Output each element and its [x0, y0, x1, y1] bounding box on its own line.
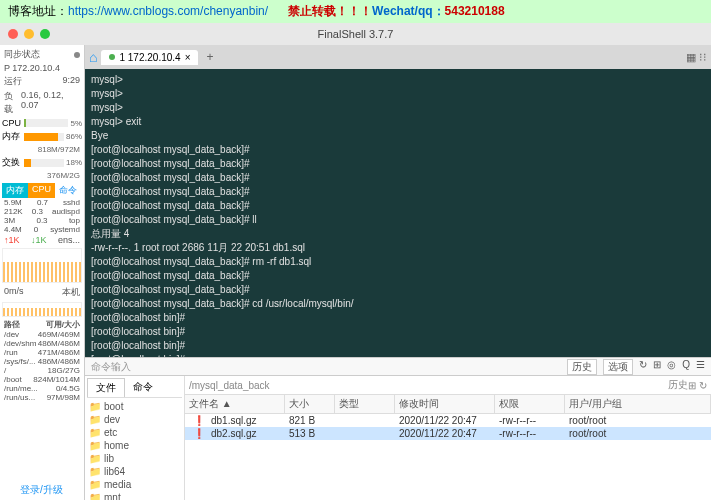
window-title: FinalShell 3.7.7 — [318, 28, 394, 40]
window-titlebar: FinalShell 3.7.7 — [0, 23, 711, 45]
tree-item[interactable]: 📁media — [87, 478, 182, 491]
terminal[interactable]: mysql>mysql>mysql>mysql> exitBye[root@lo… — [85, 69, 711, 357]
tool-icon[interactable]: Q — [682, 359, 690, 375]
watermark-banner: 博客地址：https://www.cnblogs.com/chenyanbin/… — [0, 0, 711, 23]
ip-label: P 172.20.10.4 — [4, 63, 60, 73]
path-history-button[interactable]: 历史 — [668, 378, 688, 392]
sync-dot-icon — [74, 52, 80, 58]
status-sidebar: 同步状态 P 172.20.10.4 运行9:29 负载0.16, 0.12, … — [0, 45, 85, 500]
session-tab[interactable]: 1 172.20.10.4 × — [101, 50, 198, 65]
tool-icon[interactable]: ⊞ ↻ — [688, 380, 707, 391]
minimize-button[interactable] — [24, 29, 34, 39]
file-row[interactable]: ❗db2.sql.gz513 B2020/11/22 20:47-rw-r--r… — [185, 427, 711, 440]
tree-item[interactable]: 📁etc — [87, 426, 182, 439]
tree-item[interactable]: 📁boot — [87, 400, 182, 413]
file-list-header[interactable]: 文件名 ▲ 大小 类型 修改时间 权限 用户/用户组 — [185, 395, 711, 414]
tree-item[interactable]: 📁lib — [87, 452, 182, 465]
tool-icon[interactable]: ☰ — [696, 359, 705, 375]
network-chart — [2, 248, 82, 283]
session-tab-bar: ⌂ 1 172.20.10.4 × + ▦ ⁝⁝ — [85, 45, 711, 69]
path-display[interactable]: /mysql_data_back — [189, 380, 270, 391]
tab-files[interactable]: 文件 — [87, 378, 125, 397]
tool-icon[interactable]: ↻ — [639, 359, 647, 375]
tree-item[interactable]: 📁dev — [87, 413, 182, 426]
sync-status-label: 同步状态 — [4, 48, 40, 61]
history-button[interactable]: 历史 — [567, 359, 597, 375]
tree-item[interactable]: 📁mnt — [87, 491, 182, 500]
cursor-icon: ↖ — [291, 355, 301, 357]
close-button[interactable] — [8, 29, 18, 39]
speed-chart — [2, 302, 82, 317]
file-row[interactable]: ❗db1.sql.gz821 B2020/11/22 20:47-rw-r--r… — [185, 414, 711, 427]
home-icon[interactable]: ⌂ — [89, 49, 97, 65]
tab-commands[interactable]: 命令 — [125, 378, 161, 397]
close-tab-icon[interactable]: × — [185, 52, 191, 63]
file-browser: 文件 命令 📁boot📁dev📁etc📁home📁lib📁lib64📁media… — [85, 375, 711, 500]
tool-icon[interactable]: ◎ — [667, 359, 676, 375]
command-input-bar[interactable]: 命令输入 历史 选项 ↻ ⊞ ◎ Q ☰ — [85, 357, 711, 375]
add-tab-button[interactable]: + — [206, 50, 213, 64]
options-button[interactable]: 选项 — [603, 359, 633, 375]
file-tree[interactable]: 文件 命令 📁boot📁dev📁etc📁home📁lib📁lib64📁media… — [85, 376, 185, 500]
tree-item[interactable]: 📁home — [87, 439, 182, 452]
maximize-button[interactable] — [40, 29, 50, 39]
tree-item[interactable]: 📁lib64 — [87, 465, 182, 478]
login-link[interactable]: 登录/升级 — [20, 483, 63, 497]
status-dot-icon — [109, 54, 115, 60]
sidebar-tabs[interactable]: 内存CPU命令 — [2, 183, 82, 198]
tool-icon[interactable]: ⊞ — [653, 359, 661, 375]
layout-icons[interactable]: ▦ ⁝⁝ — [686, 51, 707, 64]
